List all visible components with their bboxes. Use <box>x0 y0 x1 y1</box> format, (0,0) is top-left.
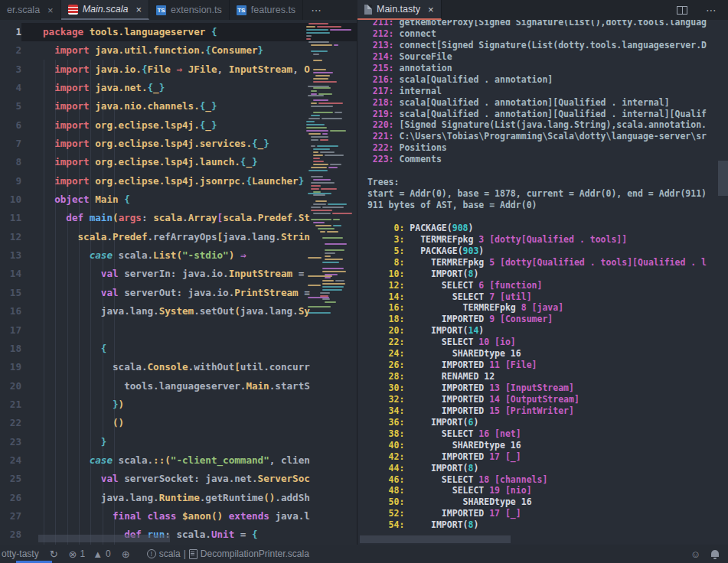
tasty-line: 28: RENAMED 12 <box>362 371 707 382</box>
tab-er-scala[interactable]: er.scala × <box>0 0 61 20</box>
code-line[interactable]: 27 final class $anon() extends java.l <box>0 507 357 526</box>
code-line[interactable]: 4 import java.net.{_} <box>0 79 357 97</box>
code-line[interactable]: 15 val serverOut: java.io.PrintStream = <box>0 284 357 302</box>
close-icon[interactable]: × <box>47 5 54 16</box>
document-icon <box>189 549 198 559</box>
code-line[interactable]: 24 case scala.::("-client_command", clie… <box>0 451 357 470</box>
code-line[interactable]: 14 val serverIn: java.io.InputStream = <box>0 265 357 283</box>
tab-main-scala[interactable]: Main.scala × <box>61 0 149 20</box>
typescript-file-icon: TS <box>156 5 166 15</box>
editor-area: 1package tools.languageserver {2 import … <box>0 20 728 545</box>
line-number: 3 <box>0 60 21 79</box>
code-line[interactable]: 19 scala.Console.withOut[util.concurr <box>0 358 357 376</box>
globe-icon: ⊕ <box>122 548 130 560</box>
right-editor-group-tabs: Main.tasty × ⋯ <box>357 0 728 20</box>
code-line[interactable]: 21 }) <box>0 395 357 414</box>
tasty-line: 34: IMPORTED 15 [PrintWriter] <box>362 405 707 417</box>
tab-label: features.ts <box>251 5 295 15</box>
scala-code[interactable]: 1package tools.languageserver {2 import … <box>0 23 357 545</box>
line-number: 27 <box>0 507 21 526</box>
close-icon[interactable]: × <box>135 4 142 15</box>
tasty-line: 218: scala[Qualified . annotation][Quali… <box>362 97 707 109</box>
tab-bar: er.scala × Main.scala × TS extension.ts … <box>0 0 728 20</box>
code-line[interactable]: 6 import org.eclipse.lsp4j.{_} <box>0 116 357 135</box>
line-number: 19 <box>0 358 21 376</box>
notifications-button[interactable] <box>706 545 728 563</box>
line-number: 18 <box>0 340 21 358</box>
code-line[interactable]: 20 tools.languageserver.Main.startS <box>0 377 357 395</box>
code-line[interactable]: 18 { <box>0 340 357 358</box>
code-line[interactable]: 3 import java.io.{File ⇒ JFile, InputStr… <box>0 60 357 79</box>
tab-main-tasty[interactable]: Main.tasty × <box>357 0 442 20</box>
line-number: 7 <box>0 135 21 153</box>
tasty-line: 3: TERMREFpkg 3 [dotty[Qualified . tools… <box>362 234 707 246</box>
code-line[interactable]: 22 () <box>0 414 357 432</box>
tasty-line <box>362 211 707 223</box>
tasty-output[interactable]: 211: getRemoteProxy[Signed Signature(Lis… <box>362 20 707 531</box>
minimap[interactable] <box>306 23 354 528</box>
more-tabs-button[interactable]: ⋯ <box>303 0 330 20</box>
vertical-scrollbar[interactable] <box>718 161 728 196</box>
line-number: 5 <box>0 97 21 116</box>
code-line[interactable]: 9 import org.eclipse.lsp4j.jsonrpc.{Laun… <box>0 172 357 190</box>
language-status-icon: ! <box>147 549 156 558</box>
code-line[interactable]: 5 import java.nio.channels.{_} <box>0 97 357 116</box>
tasty-line: 215: annotation <box>362 63 707 74</box>
tasty-line: 22: SELECT 10 [io] <box>362 337 707 348</box>
line-number: 2 <box>0 41 21 60</box>
code-line[interactable]: 7 import org.eclipse.lsp4j.services.{_} <box>0 135 357 153</box>
line-number: 24 <box>0 451 21 470</box>
tasty-line: 911 bytes of AST, base = Addr(0) <box>362 200 707 211</box>
code-line[interactable]: 23 } <box>0 433 357 451</box>
tab-label: Main.scala <box>83 4 129 15</box>
tasty-line: 38: SELECT 16 [net] <box>362 428 707 440</box>
code-line[interactable]: 2 import java.util.function.{Consumer} <box>0 41 357 60</box>
tasty-line: 211: getRemoteProxy[Signed Signature(Lis… <box>362 20 707 28</box>
status-bar: otty-tasty ↻ ⊗ 1 ▲ 0 ⊕ ! scala | Decompi… <box>0 545 728 563</box>
language-label: scala <box>159 548 181 559</box>
editor-pane-main-tasty[interactable]: 211: getRemoteProxy[Signed Signature(Lis… <box>357 20 728 545</box>
editor-actions-button[interactable]: ⋯ <box>698 0 728 20</box>
editor-pane-main-scala[interactable]: 1package tools.languageserver {2 import … <box>0 20 357 545</box>
split-editor-icon[interactable] <box>677 6 687 15</box>
tasty-line: 216: scala[Qualified . annotation] <box>362 74 707 86</box>
tasty-line: 12: SELECT 6 [function] <box>362 280 707 291</box>
code-line[interactable]: 16 java.lang.System.setOut(java.lang.Sy <box>0 302 357 321</box>
close-icon[interactable]: × <box>428 4 434 15</box>
tasty-line: 54: IMPORT(8) <box>362 519 707 531</box>
line-number: 4 <box>0 79 21 97</box>
line-number: 17 <box>0 321 21 340</box>
line-number: 8 <box>0 153 21 171</box>
tab-extension-ts[interactable]: TS extension.ts <box>149 0 230 20</box>
code-line[interactable]: 13 case scala.List("-stdio") ⇒ <box>0 246 357 265</box>
language-mode-item[interactable]: ! scala | DecompilationPrinter.scala <box>142 545 315 563</box>
code-line[interactable]: 25 val serverSocket: java.net.ServerSoc <box>0 470 357 488</box>
live-share-button[interactable]: ⊕ <box>116 545 135 563</box>
tasty-line: 44: IMPORT(8) <box>362 463 707 474</box>
line-number: 11 <box>0 209 21 227</box>
code-line[interactable]: 26 java.lang.Runtime.getRuntime().addSh <box>0 489 357 507</box>
line-number: 13 <box>0 246 21 265</box>
tasty-line: 26: IMPORTED 11 [File] <box>362 360 707 371</box>
tasty-line: 20: IMPORT(14) <box>362 325 707 337</box>
code-line[interactable]: 12 scala.Predef.refArrayOps[java.lang.St… <box>0 228 357 246</box>
code-line[interactable]: 8 import org.eclipse.lsp4j.launch.{_} <box>0 153 357 171</box>
tasty-line: start = Addr(0), base = 1878, current = … <box>362 188 707 200</box>
problems-item[interactable]: ⊗ 1 ▲ 0 <box>64 545 116 563</box>
sync-icon: ↻ <box>50 548 58 560</box>
code-line[interactable]: 11 def main(args: scala.Array[scala.Pred… <box>0 209 357 227</box>
line-number: 15 <box>0 284 21 302</box>
horizontal-scrollbar[interactable] <box>360 535 511 543</box>
horizontal-scrollbar[interactable] <box>38 535 170 542</box>
feedback-button[interactable]: ☺ <box>685 545 706 563</box>
tab-features-ts[interactable]: TS features.ts <box>230 0 303 20</box>
line-number: 23 <box>0 433 21 451</box>
tasty-line: 50: SHAREDtype 16 <box>362 496 707 508</box>
code-line[interactable]: 17 <box>0 321 357 340</box>
tasty-line: 30: IMPORTED 13 [InputStream] <box>362 382 707 394</box>
tasty-line: Trees: <box>362 177 707 188</box>
code-line[interactable]: 10 object Main { <box>0 190 357 209</box>
code-line[interactable]: 1package tools.languageserver { <box>0 23 357 41</box>
tasty-line: 46: SELECT 18 [channels] <box>362 474 707 486</box>
typescript-file-icon: TS <box>237 5 246 15</box>
